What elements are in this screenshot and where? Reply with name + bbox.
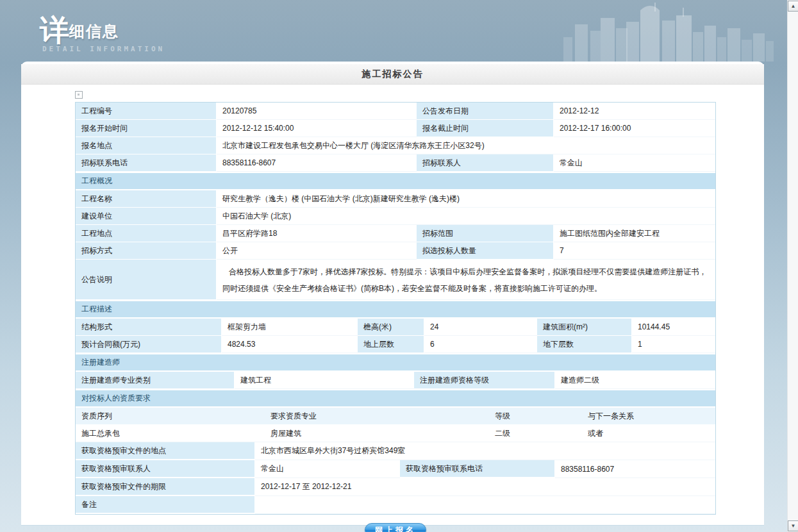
builder-grade-value: 建造师二级 xyxy=(555,372,715,389)
table-row: 报名地点 北京市建设工程发包承包交易中心一楼大厅 (海淀区清华东路东王庄小区32… xyxy=(76,137,715,154)
table-row: 结构形式 框架剪力墙 檐高(米) 24 建筑面积(m²) 10144.45 xyxy=(76,319,715,336)
section-title-qualification: 对投标人的资质要求 xyxy=(76,389,715,408)
section-row: 注册建造师 xyxy=(76,353,715,372)
vertical-scrollbar[interactable]: ▲ ▼ xyxy=(787,0,798,532)
table-row: 建设单位 中国石油大学 (北京) xyxy=(76,208,715,225)
method-label: 招标方式 xyxy=(76,242,217,260)
table-row: 工程编号 20120785 公告发布日期 2012-12-12 xyxy=(76,103,715,120)
eave-height-label: 檐高(米) xyxy=(358,319,424,336)
signup-end-label: 报名截止时间 xyxy=(417,120,554,137)
tender-contact-value: 常金山 xyxy=(554,154,715,172)
preq-phone-value: 88358116-8607 xyxy=(555,460,715,478)
city-skyline-illustration xyxy=(558,0,776,62)
section-row: 工程描述 xyxy=(76,300,715,319)
signup-start-value: 2012-12-12 15:40:00 xyxy=(217,120,417,137)
project-name-label: 工程名称 xyxy=(76,190,217,208)
qualification-header-row: 资质序列 要求资质专业 等级 与下一条关系 xyxy=(76,408,715,425)
table-row: 备注 xyxy=(76,496,715,514)
contract-label: 预计合同额(万元) xyxy=(76,336,222,353)
scope-label: 招标范围 xyxy=(417,225,554,242)
logo-text-big: 详 xyxy=(40,13,69,47)
floors-below-value: 1 xyxy=(632,336,715,353)
preq-contact-label: 获取资格预审联系人 xyxy=(76,460,255,478)
qual-header-grade: 等级 xyxy=(489,408,582,425)
signup-place-value: 北京市建设工程发包承包交易中心一楼大厅 (海淀区清华东路东王庄小区32号) xyxy=(217,137,715,154)
qual-header-series: 资质序列 xyxy=(76,408,265,425)
notes-value: 合格投标人数量多于7家时，择优选择7家投标。特别提示：该项目中标后办理安全监督备… xyxy=(222,262,710,297)
page-title: 施工招标公告 xyxy=(362,69,424,80)
preq-contact-value: 常金山 xyxy=(255,460,400,478)
table-row: 获取资格预审文件的期限 2012-12-17 至 2012-12-21 xyxy=(76,478,715,496)
table-row: 工程名称 研究生教学（逸夫）楼 (中国石油大学 (北京)新建研究生教学 (逸夫)… xyxy=(76,190,715,208)
eave-height-value: 24 xyxy=(424,319,537,336)
preq-period-value: 2012-12-17 至 2012-12-21 xyxy=(255,478,715,496)
online-signup-button[interactable]: 网上报名 xyxy=(365,523,426,532)
build-unit-value: 中国石油大学 (北京) xyxy=(217,208,715,225)
preq-period-label: 获取资格预审文件的期限 xyxy=(76,478,255,496)
qual-series-value: 施工总承包 xyxy=(76,425,265,442)
tender-phone-value: 88358116-8607 xyxy=(217,154,417,172)
table-row: 招标方式 公开 拟选投标人数量 7 xyxy=(76,242,715,260)
signup-start-label: 报名开始时间 xyxy=(76,120,217,137)
announce-date-label: 公告发布日期 xyxy=(417,103,554,120)
announcement-table: 工程编号 20120785 公告发布日期 2012-12-12 报名开始时间 2… xyxy=(75,102,716,515)
remark-label: 备注 xyxy=(76,496,255,514)
preq-doc-place-label: 获取资格预审文件的地点 xyxy=(76,442,255,460)
signup-end-value: 2012-12-17 16:00:00 xyxy=(554,120,715,137)
project-no-label: 工程编号 xyxy=(76,103,217,120)
location-label: 工程地点 xyxy=(76,225,217,242)
announce-date-value: 2012-12-12 xyxy=(554,103,715,120)
qualification-data-row: 施工总承包 房屋建筑 二级 或者 xyxy=(76,425,715,442)
qual-header-relation: 与下一条关系 xyxy=(582,408,715,425)
site-logo: 详细信息 xyxy=(40,15,119,45)
content-area: 工程编号 20120785 公告发布日期 2012-12-12 报名开始时间 2… xyxy=(21,85,764,532)
project-name-value: 研究生教学（逸夫）楼 (中国石油大学 (北京)新建研究生教学 (逸夫)楼) xyxy=(217,190,715,208)
tender-contact-label: 招标联系人 xyxy=(417,154,554,172)
section-row: 对投标人的资质要求 xyxy=(76,389,715,408)
bidder-count-label: 拟选投标人数量 xyxy=(417,242,554,260)
location-value: 昌平区府学路18 xyxy=(217,225,417,242)
button-area: 网上报名 xyxy=(75,515,716,532)
signup-place-label: 报名地点 xyxy=(76,137,217,154)
floors-above-value: 6 xyxy=(424,336,537,353)
remark-value xyxy=(255,496,715,514)
structure-value: 框架剪力墙 xyxy=(222,319,358,336)
preq-doc-place-value: 北京市西城区阜外大街37号过桥宾馆349室 xyxy=(255,442,715,460)
table-row: 报名开始时间 2012-12-12 15:40:00 报名截止时间 2012-1… xyxy=(76,120,715,137)
qual-major-value: 房屋建筑 xyxy=(265,425,489,442)
structure-label: 结构形式 xyxy=(76,319,222,336)
table-row: 获取资格预审文件的地点 北京市西城区阜外大街37号过桥宾馆349室 xyxy=(76,442,715,460)
qual-header-major: 要求资质专业 xyxy=(265,408,489,425)
table-row: 公告说明 合格投标人数量多于7家时，择优选择7家投标。特别提示：该项目中标后办理… xyxy=(76,260,715,300)
table-row: 工程地点 昌平区府学路18 招标范围 施工图纸范围内全部建安工程 xyxy=(76,225,715,242)
floors-above-label: 地上层数 xyxy=(358,336,424,353)
table-row: 招标联系电话 88358116-8607 招标联系人 常金山 xyxy=(76,154,715,172)
area-value: 10144.45 xyxy=(632,319,715,336)
qual-relation-value: 或者 xyxy=(582,425,715,442)
title-bar: 施工招标公告 xyxy=(21,64,764,85)
logo-subtitle: DETAIL INFORMATION xyxy=(42,45,165,53)
detail-panel: 施工招标公告 工程编号 20120785 公告发布日期 2012-12-12 报… xyxy=(21,62,764,526)
table-row: 注册建造师专业类别 建筑工程 注册建造师资格等级 建造师二级 xyxy=(76,372,715,389)
preq-phone-label: 获取资格预审联系电话 xyxy=(400,460,555,478)
qual-grade-value: 二级 xyxy=(489,425,582,442)
floors-below-label: 地下层数 xyxy=(537,336,632,353)
area-label: 建筑面积(m²) xyxy=(537,319,632,336)
section-title-overview: 工程概况 xyxy=(76,172,715,190)
build-unit-label: 建设单位 xyxy=(76,208,217,225)
builder-category-value: 建筑工程 xyxy=(235,372,414,389)
page-header: 详细信息 DETAIL INFORMATION xyxy=(0,0,787,62)
builder-category-label: 注册建造师专业类别 xyxy=(76,372,235,389)
tender-phone-label: 招标联系电话 xyxy=(76,154,217,172)
scroll-up-icon[interactable]: ▲ xyxy=(788,1,798,12)
scroll-down-icon[interactable]: ▼ xyxy=(788,520,798,531)
table-row: 预计合同额(万元) 4824.53 地上层数 6 地下层数 1 xyxy=(76,336,715,353)
project-no-value: 20120785 xyxy=(217,103,417,120)
scope-value: 施工图纸范围内全部建安工程 xyxy=(554,225,715,242)
section-row: 工程概况 xyxy=(76,172,715,190)
bidder-count-value: 7 xyxy=(554,242,715,260)
logo-text-rest: 细信息 xyxy=(69,22,119,40)
section-title-builder: 注册建造师 xyxy=(76,353,715,372)
builder-grade-label: 注册建造师资格等级 xyxy=(414,372,555,389)
image-placeholder-icon xyxy=(75,91,83,99)
